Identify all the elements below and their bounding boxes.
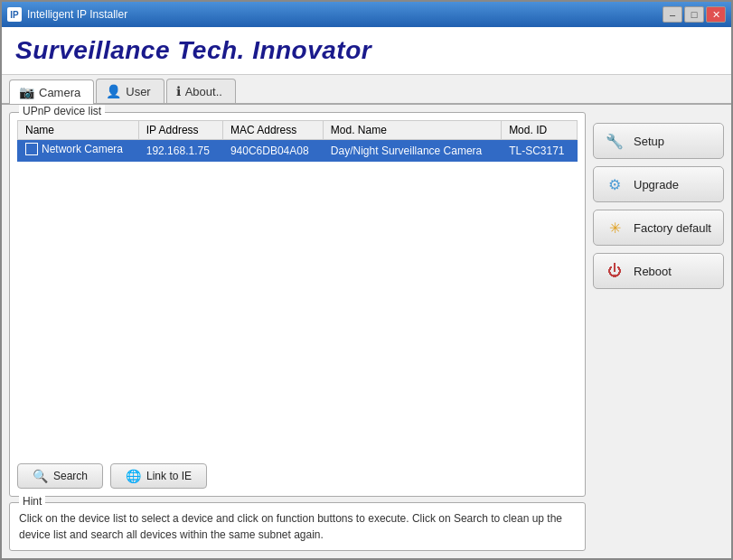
window-title: Intelligent IP Installer (27, 8, 127, 21)
hint-section: Hint Click on the device list to select … (9, 502, 586, 551)
tab-user[interactable]: 👤 User (96, 79, 164, 103)
device-list-section: UPnP device list Name IP Address MAC Add… (9, 112, 586, 497)
reboot-icon: ⏻ (605, 261, 625, 281)
device-icon: Network Camera (25, 143, 123, 155)
cell-ip: 192.168.1.75 (138, 140, 222, 162)
tab-about[interactable]: ℹ About.. (166, 79, 236, 103)
hint-text: Click on the device list to select a dev… (19, 510, 576, 543)
left-column: UPnP device list Name IP Address MAC Add… (9, 112, 586, 551)
minimize-button[interactable]: – (663, 6, 682, 23)
factory-default-label: Factory default (634, 221, 711, 235)
cell-mac: 940C6DB04A08 (222, 140, 323, 162)
app-icon: IP (7, 7, 22, 22)
reboot-button[interactable]: ⏻ Reboot (593, 253, 724, 289)
cell-name: Network Camera (18, 140, 139, 162)
table-header: Name IP Address MAC Address Mod. Name Mo… (18, 121, 578, 140)
col-modid: Mod. ID (502, 121, 578, 140)
maximize-button[interactable]: □ (684, 6, 704, 23)
upgrade-label: Upgrade (634, 178, 679, 191)
main-window: IP Intelligent IP Installer – □ ✕ Survei… (0, 0, 733, 560)
col-name: Name (18, 121, 139, 140)
side-buttons: 🔧 Setup ⚙ Upgrade ✳ Factory default ⏻ Re… (593, 112, 724, 551)
upgrade-button[interactable]: ⚙ Upgrade (593, 166, 724, 202)
setup-button[interactable]: 🔧 Setup (593, 123, 724, 159)
user-tab-icon: 👤 (106, 84, 121, 98)
table-body: Network Camera 192.168.1.75 940C6DB04A08… (18, 140, 578, 162)
about-tab-label: About.. (185, 85, 222, 98)
title-bar-left: IP Intelligent IP Installer (7, 7, 127, 22)
search-button[interactable]: 🔍 Search (17, 463, 103, 489)
col-mac: MAC Address (222, 121, 323, 140)
app-title: Surveillance Tech. Innovator (15, 36, 718, 65)
device-list-label: UPnP device list (19, 105, 105, 117)
hint-label: Hint (19, 495, 45, 508)
setup-label: Setup (634, 135, 664, 148)
col-ip: IP Address (138, 121, 222, 140)
factory-default-button[interactable]: ✳ Factory default (593, 210, 724, 246)
upgrade-icon: ⚙ (605, 174, 625, 194)
title-bar: IP Intelligent IP Installer – □ ✕ (2, 2, 731, 27)
reboot-label: Reboot (634, 265, 672, 278)
device-icon-img (25, 143, 38, 155)
content-area: UPnP device list Name IP Address MAC Add… (2, 105, 731, 558)
about-tab-icon: ℹ (176, 84, 181, 98)
col-modname: Mod. Name (323, 121, 501, 140)
table-row[interactable]: Network Camera 192.168.1.75 940C6DB04A08… (18, 140, 578, 162)
camera-tab-label: Camera (39, 86, 80, 99)
cell-modid: TL-SC3171 (502, 140, 578, 162)
tabs-bar: 📷 Camera 👤 User ℹ About.. (2, 75, 731, 105)
close-button[interactable]: ✕ (706, 6, 726, 23)
search-icon: 🔍 (33, 469, 48, 483)
tab-camera[interactable]: 📷 Camera (9, 79, 94, 104)
device-table: Name IP Address MAC Address Mod. Name Mo… (17, 120, 578, 162)
bottom-buttons: 🔍 Search 🌐 Link to IE (17, 456, 578, 489)
link-ie-icon: 🌐 (126, 469, 141, 483)
user-tab-label: User (126, 85, 150, 98)
device-name-text: Network Camera (42, 143, 123, 155)
table-area: Name IP Address MAC Address Mod. Name Mo… (17, 120, 578, 456)
cell-modname: Day/Night Surveillance Camera (323, 140, 501, 162)
setup-icon: 🔧 (605, 131, 625, 151)
link-ie-button[interactable]: 🌐 Link to IE (110, 463, 207, 489)
title-bar-controls: – □ ✕ (663, 6, 726, 23)
link-ie-label: Link to IE (146, 470, 192, 482)
camera-tab-icon: 📷 (19, 85, 34, 99)
search-label: Search (53, 470, 88, 482)
app-header: Surveillance Tech. Innovator (2, 27, 731, 75)
factory-default-icon: ✳ (605, 218, 625, 238)
